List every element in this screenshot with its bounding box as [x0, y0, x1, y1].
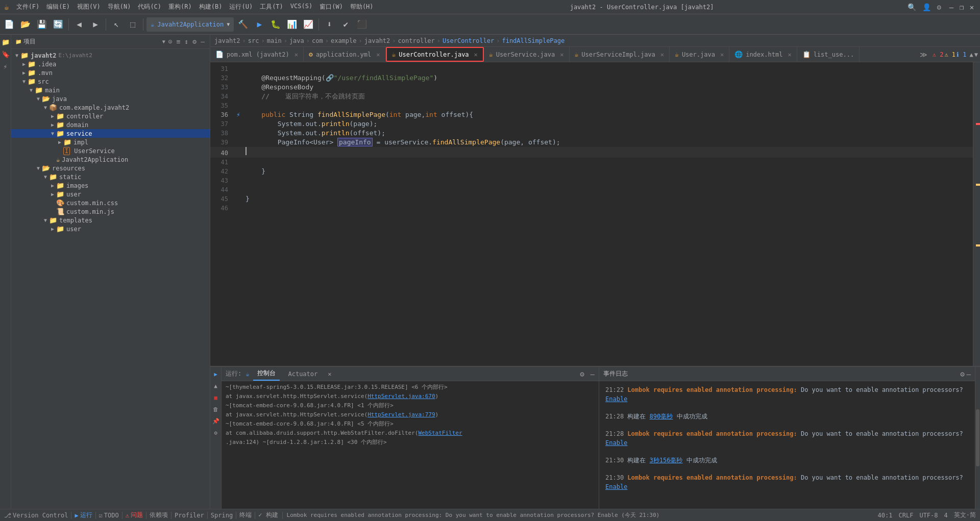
breadcrumb-src[interactable]: src — [248, 37, 259, 44]
status-vcs[interactable]: ⎇ Version Control — [4, 512, 68, 519]
tree-item-templates[interactable]: 📁 templates — [11, 216, 210, 225]
tab-close-pom[interactable]: ✕ — [295, 51, 298, 58]
tree-item-static[interactable]: 📁 static — [11, 172, 210, 181]
run-minimize-icon[interactable]: — — [591, 370, 595, 378]
tab-pom-xml[interactable]: 📄 pom.xml (javaht2) ✕ — [210, 47, 304, 62]
breadcrumb-example[interactable]: example — [331, 37, 357, 44]
run-link-3[interactable]: WebStatFilter — [419, 430, 462, 436]
sync-button[interactable]: 🔄 — [51, 17, 65, 32]
tree-item-src[interactable]: 📁 src — [11, 77, 210, 86]
status-deps[interactable]: 依赖项 — [150, 511, 168, 519]
run-pin-button[interactable]: 📌 — [211, 416, 221, 426]
breadcrumb-javaht2-2[interactable]: javaht2 — [364, 37, 390, 44]
tab-usercontroller[interactable]: ☕ UserController.java ✕ — [386, 47, 484, 62]
tree-item-resources[interactable]: 📂 resources — [11, 164, 210, 172]
event-link-4[interactable]: 3秒156毫秒 — [650, 457, 683, 464]
menu-code[interactable]: 代码(C) — [135, 2, 164, 12]
run-settings-button[interactable]: ⚙ — [211, 428, 221, 438]
tree-item-impl[interactable]: 📁 impl — [11, 138, 210, 146]
tree-item-user-templates[interactable]: 📁 user — [11, 225, 210, 233]
settings-panel-button[interactable]: ⚙ — [191, 37, 198, 46]
tab-close-us[interactable]: ✕ — [560, 51, 564, 58]
tree-item-app[interactable]: ☕ Javaht2Application — [11, 156, 210, 164]
tree-item-css[interactable]: 🎨 custom.min.css — [11, 199, 210, 207]
save-button[interactable]: 💾 — [35, 17, 49, 32]
back-button[interactable]: ◀ — [72, 17, 86, 32]
tab-listuse[interactable]: 📋 list_use... — [797, 47, 860, 62]
event-settings-icon[interactable]: ⚙ — [960, 370, 964, 378]
tab-close-usi[interactable]: ✕ — [660, 51, 664, 58]
status-encoding[interactable]: UTF-8 — [919, 512, 938, 519]
run-clear-button[interactable]: 🗑 — [211, 404, 221, 414]
breadcrumb-controller[interactable]: controller — [398, 37, 435, 44]
run-link-2[interactable]: HttpServlet.java:779 — [368, 411, 435, 418]
tree-options[interactable]: ≡ — [176, 37, 182, 46]
event-link-1[interactable]: Enable — [605, 395, 627, 403]
code-editor[interactable]: 31 32 @RequestMapping(🔗"/user/findAllSim… — [210, 62, 973, 366]
tab-application-yml[interactable]: ⚙ application.yml ✕ — [304, 47, 385, 62]
breadcrumb-method[interactable]: findAllSimplePage — [502, 37, 565, 44]
menu-help[interactable]: 帮助(H) — [347, 2, 377, 12]
menu-build[interactable]: 构建(B) — [196, 2, 226, 12]
event-minimize-icon[interactable]: — — [967, 370, 971, 378]
collapse-editor-button[interactable]: ▼ — [974, 51, 978, 58]
forward-button[interactable]: ▶ — [88, 17, 103, 32]
run-with-coverage[interactable]: 📊 — [285, 17, 299, 32]
structure-icon[interactable]: ⚡ — [1, 61, 11, 71]
tree-item-service[interactable]: 📁 service — [11, 129, 210, 138]
minimize-panel-button[interactable]: — — [200, 37, 206, 46]
menu-nav[interactable]: 导航(N) — [105, 2, 134, 12]
status-terminal[interactable]: 终端 — [239, 511, 252, 519]
menu-file[interactable]: 文件(F) — [13, 2, 43, 12]
tree-item-root[interactable]: 📁 javaht2 E:\javaht2 — [11, 51, 210, 60]
tab-index-html[interactable]: 🌐 index.html ✕ — [729, 47, 797, 62]
tree-item-java[interactable]: 📂 java — [11, 94, 210, 103]
status-problems[interactable]: ⚠ 问题 — [126, 511, 143, 519]
tree-item-controller[interactable]: 📁 controller — [11, 112, 210, 120]
commit-button[interactable]: ✔ — [338, 17, 353, 32]
status-run[interactable]: ▶ 运行 — [75, 511, 92, 519]
event-link-5[interactable]: Enable — [605, 483, 627, 490]
breadcrumb-usercontroller[interactable]: UserController — [443, 37, 494, 44]
status-position[interactable]: 40:1 — [878, 512, 893, 519]
tree-item-user-static[interactable]: 📁 user — [11, 190, 210, 199]
event-scrollbar[interactable] — [975, 367, 980, 509]
tree-item-mvn[interactable]: 📁 .mvn — [11, 68, 210, 77]
status-lang[interactable]: 英文·简 — [954, 511, 976, 519]
run-button[interactable]: ▶ — [252, 17, 266, 32]
menu-refactor[interactable]: 重构(R) — [165, 2, 195, 12]
tab-close-uc[interactable]: ✕ — [474, 51, 478, 58]
tab-close-ih[interactable]: ✕ — [788, 51, 791, 58]
tab-close-u[interactable]: ✕ — [720, 51, 724, 58]
new-button[interactable]: 📄 — [2, 17, 16, 32]
status-profiler[interactable]: Profiler — [175, 512, 204, 519]
tab-overflow-button[interactable]: ≫ — [920, 51, 927, 59]
scope-button[interactable]: ⊙ — [167, 37, 174, 46]
tree-item-idea[interactable]: 📁 .idea — [11, 60, 210, 68]
minimize-button[interactable]: — — [947, 3, 955, 11]
run-up-button[interactable]: ▲ — [211, 381, 221, 391]
expand-editor-button[interactable]: ▲ — [970, 51, 973, 58]
menu-view[interactable]: 视图(V) — [74, 2, 104, 12]
breadcrumb-java[interactable]: java — [289, 37, 304, 44]
menu-tools[interactable]: 工具(T) — [257, 2, 286, 12]
status-build[interactable]: ✓ 构建 — [258, 511, 278, 519]
select-button[interactable]: ⬚ — [126, 17, 140, 32]
run-config-dropdown[interactable]: ☕ Javaht2Application ▼ — [146, 17, 234, 32]
tree-item-main[interactable]: 📁 main — [11, 86, 210, 94]
run-tab-console[interactable]: 控制台 — [253, 367, 280, 381]
run-tab-actuator[interactable]: Actuator — [284, 368, 322, 380]
menu-vcs[interactable]: VCS(S) — [287, 2, 315, 12]
status-linesep[interactable]: CRLF — [899, 512, 914, 519]
settings-icon[interactable]: ⚙ — [937, 3, 941, 11]
breadcrumb-com[interactable]: com — [312, 37, 323, 44]
tab-close-yml[interactable]: ✕ — [376, 51, 380, 58]
tab-userservice[interactable]: ☕ UserService.java ✕ — [484, 47, 570, 62]
maximize-button[interactable]: ❐ — [958, 3, 966, 11]
breadcrumb-main[interactable]: main — [267, 37, 282, 44]
cursor-button[interactable]: ↖ — [109, 17, 124, 32]
tree-item-userservice[interactable]: I UserService — [11, 146, 210, 156]
close-button[interactable]: ✕ — [968, 3, 976, 11]
tree-item-js[interactable]: 📜 custom.min.js — [11, 207, 210, 216]
expand-button[interactable]: ↕ — [184, 37, 190, 46]
